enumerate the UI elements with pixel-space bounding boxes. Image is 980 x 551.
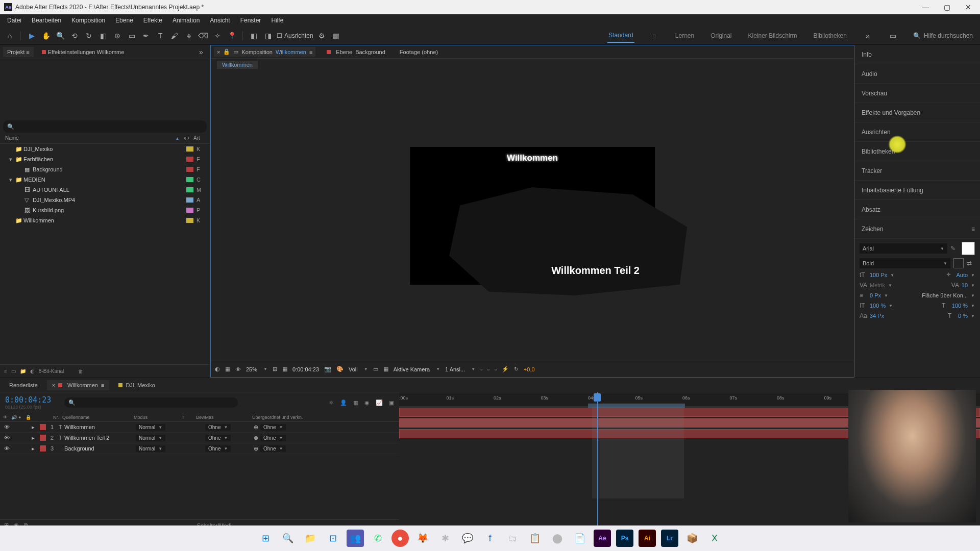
orbit-tool-icon[interactable]: ⟲ <box>69 30 80 41</box>
sort-arrow-icon[interactable]: ▴ <box>176 135 184 141</box>
new-comp-icon[interactable]: ▭ <box>11 368 16 374</box>
tab-effect-settings[interactable]: Effekteinstellungen Willkomme <box>38 47 129 57</box>
eyedropper-icon[interactable]: ✎ <box>950 245 959 252</box>
view1-icon[interactable]: ▫ <box>480 366 482 372</box>
panel-inhaltsfuellung[interactable]: Inhaltsbasierte Füllung <box>854 181 980 200</box>
shape-tool-icon[interactable]: ▭ <box>126 30 137 41</box>
home-icon[interactable]: ⌂ <box>4 30 15 41</box>
text-tool-icon[interactable]: T <box>155 30 166 41</box>
snapshot-icon[interactable]: 📷 <box>324 366 331 372</box>
swap-colors-icon[interactable]: ⇄ <box>967 260 975 267</box>
panel-zeichen-header[interactable]: Zeichen ≡ <box>854 219 980 239</box>
workspace-overflow-icon[interactable]: » <box>862 30 873 41</box>
kerning-value[interactable]: Metrik <box>870 282 885 288</box>
workspace-standard[interactable]: Standard <box>607 29 634 43</box>
explorer-icon[interactable]: 📁 <box>302 530 319 547</box>
col-art[interactable]: Art <box>193 135 205 141</box>
zoom-tool-icon[interactable]: 🔍 <box>55 30 66 41</box>
notes-icon[interactable]: 📋 <box>526 530 544 547</box>
start-button[interactable]: ⊞ <box>257 530 274 547</box>
project-item[interactable]: ▦BackgroundF <box>0 164 210 174</box>
baseline-value[interactable]: 34 Px <box>870 313 884 319</box>
color-mgmt-icon[interactable]: 🎨 <box>336 366 344 372</box>
help-search[interactable]: 🔍 Hilfe durchsuchen <box>910 32 976 39</box>
snap-grid-icon[interactable]: ▦ <box>331 30 342 41</box>
view3-icon[interactable]: ▫ <box>495 366 497 372</box>
tsume-value[interactable]: 0 % <box>958 313 968 319</box>
vscale-value[interactable]: 100 % <box>870 303 886 309</box>
excel-icon[interactable]: X <box>706 530 723 547</box>
adjust-icon[interactable]: ◐ <box>30 368 35 374</box>
views-dropdown[interactable]: 1 Ansi... <box>445 366 465 372</box>
close-button[interactable]: ✕ <box>964 3 973 12</box>
motion-blur-icon[interactable]: ◉ <box>364 399 370 406</box>
menu-bearbeiten[interactable]: Bearbeiten <box>27 15 66 26</box>
panel-effekte-vorgaben[interactable]: Effekte und Vorgaben <box>854 103 980 122</box>
puppet-tool-icon[interactable]: 📍 <box>226 30 237 41</box>
stamp-tool-icon[interactable]: ⎆ <box>183 30 194 41</box>
workspace-bibliotheken[interactable]: Bibliotheken <box>813 29 848 42</box>
panel-absatz[interactable]: Absatz <box>854 200 980 219</box>
view2-icon[interactable]: ▫ <box>487 366 489 372</box>
menu-komposition[interactable]: Komposition <box>66 15 110 26</box>
tab-timeline-willkommen[interactable]: ×Willkommen ≡ <box>47 380 110 390</box>
project-item[interactable]: ▾📁FarbflächenF <box>0 154 210 164</box>
files-icon[interactable]: 🗂 <box>504 530 521 547</box>
comp-flow-icon[interactable]: ⚛ <box>329 399 334 406</box>
font-size-value[interactable]: 100 Px <box>870 272 887 278</box>
font-style-dropdown[interactable]: Bold▼ <box>860 258 950 268</box>
facebook-icon[interactable]: f <box>481 530 499 547</box>
menu-ebene[interactable]: Ebene <box>110 15 138 26</box>
stroke-color-swatch[interactable] <box>953 258 964 268</box>
playhead-head-icon[interactable] <box>594 393 601 402</box>
project-item[interactable]: 🖼Kursbild.pngP <box>0 205 210 215</box>
search-taskbar-icon[interactable]: 🔍 <box>279 530 297 547</box>
brush-tool-icon[interactable]: 🖌 <box>169 30 180 41</box>
region-icon[interactable]: ▭ <box>373 366 378 372</box>
tab-layer[interactable]: Ebene Background <box>324 47 388 57</box>
transparency-icon[interactable]: ▦ <box>383 366 388 372</box>
workspace-lernen[interactable]: Lernen <box>674 29 695 42</box>
project-item[interactable]: 🎞AUTOUNFALLM <box>0 185 210 195</box>
project-item[interactable]: ▽DJI_Mexiko.MP4A <box>0 195 210 205</box>
camera-tool-icon[interactable]: ◧ <box>97 30 109 41</box>
comp-timecode[interactable]: 0:00:04:23 <box>292 366 319 372</box>
menu-animation[interactable]: Animation <box>167 15 205 26</box>
teams-icon[interactable]: 👥 <box>347 530 364 547</box>
tab-timeline-dji[interactable]: DJI_Mexiko <box>113 380 160 390</box>
anchor-tool-icon[interactable]: ⊕ <box>112 30 123 41</box>
fast-preview-icon[interactable]: ⚡ <box>502 366 509 372</box>
fill-swatch-icon[interactable]: ◧ <box>248 30 259 41</box>
snap-options-icon[interactable]: ⚙ <box>316 30 328 41</box>
menu-hilfe[interactable]: Hilfe <box>266 15 288 26</box>
photoshop-icon[interactable]: Ps <box>616 530 633 547</box>
exposure-value[interactable]: +0,0 <box>524 366 535 372</box>
tab-renderliste[interactable]: Renderliste <box>4 380 43 390</box>
graph-icon[interactable]: 📈 <box>376 399 383 406</box>
firefox-icon[interactable]: 🦊 <box>414 530 431 547</box>
eraser-tool-icon[interactable]: ⌫ <box>198 30 209 41</box>
timeline-layer-row[interactable]: 👁 ▸ 3 Background Normal ▼ Ohne ▼ ⊚ Ohne … <box>0 443 399 454</box>
panel-bibliotheken[interactable]: Bibliotheken <box>854 142 980 161</box>
comp-breadcrumb[interactable]: Willkommen <box>211 59 854 71</box>
project-item[interactable]: ▾📁MEDIENC <box>0 174 210 185</box>
minimize-button[interactable]: — <box>921 3 930 12</box>
panel-ausrichten[interactable]: Ausrichten <box>854 122 980 142</box>
after-effects-icon[interactable]: Ae <box>594 530 611 547</box>
stroke-mode-dropdown[interactable]: Fläche über Kon... <box>922 292 968 298</box>
tracking-value[interactable]: 10 <box>962 282 968 288</box>
visibility-toggle[interactable]: 👁 <box>3 424 10 430</box>
alpha-icon[interactable]: ◐ <box>215 366 220 372</box>
panel-tracker[interactable]: Tracker <box>854 161 980 181</box>
timeline-search[interactable]: 🔍 <box>64 397 238 408</box>
bit-depth[interactable]: 8-Bit-Kanal <box>39 368 64 374</box>
interpret-icon[interactable]: ≡ <box>4 368 7 374</box>
whatsapp-icon[interactable]: ✆ <box>369 530 386 547</box>
selection-tool-icon[interactable]: ▶ <box>26 30 37 41</box>
project-search[interactable]: 🔍 <box>3 120 207 133</box>
rotate-tool-icon[interactable]: ↻ <box>83 30 94 41</box>
shy-icon[interactable]: 👤 <box>340 399 347 406</box>
lightroom-icon[interactable]: Lr <box>661 530 678 547</box>
tab-footage[interactable]: Footage (ohne) <box>397 47 441 57</box>
mask-icon[interactable]: ▦ <box>225 366 230 372</box>
